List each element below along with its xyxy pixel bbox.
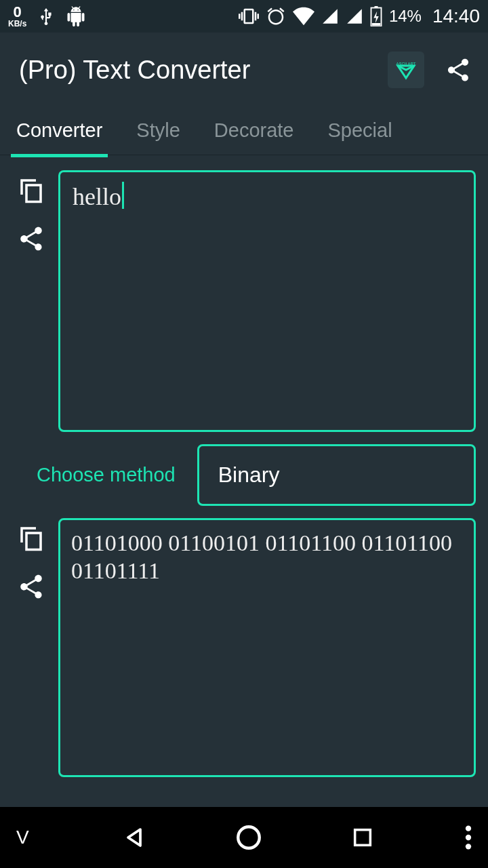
nav-back-icon[interactable]: [122, 825, 146, 850]
share-input-icon[interactable]: [17, 224, 45, 253]
nav-home-icon[interactable]: [235, 823, 263, 852]
alarm-icon: [266, 6, 286, 26]
svg-point-10: [466, 844, 471, 849]
copy-input-icon[interactable]: [17, 176, 45, 204]
svg-rect-7: [355, 830, 371, 846]
svg-point-8: [466, 826, 471, 831]
svg-rect-2: [372, 23, 381, 26]
android-icon: [66, 6, 86, 26]
signal-2-icon: [346, 7, 363, 25]
svg-rect-1: [374, 6, 378, 8]
battery-icon: [370, 6, 382, 26]
share-output-icon[interactable]: [17, 572, 45, 601]
svg-rect-5: [26, 533, 41, 550]
signal-1-icon: [321, 7, 339, 25]
tabs: Converter Style Decorate Special: [0, 107, 488, 155]
wifi-icon: [293, 7, 314, 26]
tab-style[interactable]: Style: [134, 107, 182, 155]
app-bar: (Pro) Text Converter ASCII ART: [0, 33, 488, 107]
navigation-bar: V: [0, 807, 488, 868]
output-textarea[interactable]: 01101000 01100101 01101100 01101100 0110…: [58, 518, 476, 777]
usb-icon: [37, 4, 55, 28]
app-logo-button[interactable]: ASCII ART: [388, 52, 424, 88]
tab-decorate[interactable]: Decorate: [211, 107, 297, 155]
text-cursor: [122, 182, 124, 209]
nav-menu-icon[interactable]: [465, 824, 472, 851]
input-text: hello: [73, 183, 121, 210]
nav-keyboard-icon[interactable]: V: [16, 827, 31, 848]
copy-output-icon[interactable]: [17, 524, 45, 552]
input-textarea[interactable]: hello: [58, 170, 476, 432]
svg-rect-4: [26, 185, 41, 202]
app-title: (Pro) Text Converter: [19, 56, 250, 85]
method-label: Choose method: [37, 464, 176, 486]
vibrate-icon: [239, 6, 259, 26]
share-icon[interactable]: [445, 56, 472, 83]
tab-special[interactable]: Special: [325, 107, 394, 155]
status-bar: 0 KB/s 14% 14:40: [0, 0, 488, 33]
battery-percent: 14%: [389, 7, 422, 26]
clock-time: 14:40: [432, 5, 480, 27]
nav-recent-icon[interactable]: [351, 826, 374, 849]
tab-converter[interactable]: Converter: [14, 107, 105, 155]
svg-point-9: [466, 835, 471, 840]
output-text: 01101000 01100101 01101100 01101100 0110…: [71, 530, 452, 583]
network-speed: 0 KB/s: [8, 5, 26, 28]
method-select[interactable]: Binary: [197, 444, 476, 506]
svg-point-6: [238, 827, 260, 848]
